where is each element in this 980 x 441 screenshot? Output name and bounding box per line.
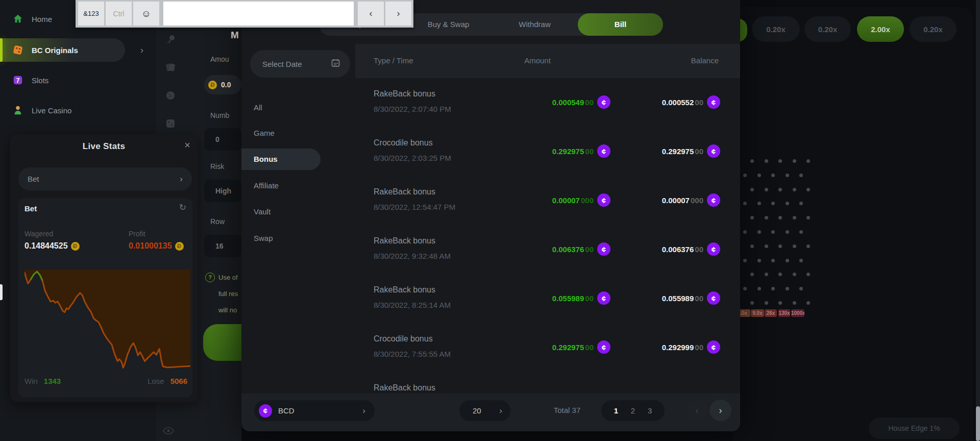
profit-label: Profit [129, 230, 184, 238]
pagination-page-3[interactable]: 3 [648, 406, 652, 415]
close-icon[interactable]: × [184, 139, 190, 151]
transaction-amount: 0.00637600¢ [552, 242, 610, 256]
live-stats-panel: Live Stats × Bet › Bet ↻ Wagered 0.14844… [10, 134, 198, 402]
ctrl-key[interactable]: Ctrl [106, 2, 132, 26]
filter-all[interactable]: All [241, 97, 321, 118]
filter-game[interactable]: Game [241, 122, 321, 144]
sidebar-item-live-casino[interactable]: Live Casino [0, 99, 156, 121]
hint-line: Use of [218, 270, 238, 286]
plinko-peg [778, 188, 782, 191]
page-size-selector[interactable]: 20 › [459, 400, 510, 421]
dice-rail-icon[interactable] [164, 117, 177, 130]
table-header: Type / Time Amount Balance [355, 44, 740, 78]
symbols-key[interactable]: &123 [78, 2, 104, 26]
transaction-balance: 0.00007000¢ [662, 193, 720, 207]
transaction-type: RakeBack bonus [374, 285, 435, 295]
plinko-peg [765, 188, 768, 191]
lose-value: 5066 [170, 377, 187, 385]
bcd-coin-icon: ¢ [707, 291, 720, 305]
bcd-coin-icon: ¢ [707, 144, 720, 158]
tab-buy-swap[interactable]: Buy & Swap [405, 13, 492, 36]
plinko-peg [793, 216, 796, 219]
refresh-icon[interactable]: ↻ [179, 202, 186, 213]
eye-icon[interactable] [162, 427, 175, 437]
scrollbar-thumb[interactable] [976, 406, 980, 441]
pagination-page-2[interactable]: 2 [631, 406, 635, 415]
filter-vault[interactable]: Vault [241, 201, 321, 223]
filter-bonus[interactable]: Bonus [241, 149, 321, 170]
wagered-label: Wagered [24, 230, 80, 238]
currency-selector[interactable]: ¢ BCD › [254, 400, 375, 421]
bet-button[interactable] [203, 324, 241, 361]
sidebar-item-slots[interactable]: 7 Slots [0, 69, 156, 91]
filter-swap[interactable]: Swap [241, 228, 321, 249]
plinko-peg [765, 301, 768, 305]
doge-coin-icon: Ð [175, 242, 184, 251]
live-stats-title: Live Stats [10, 141, 198, 152]
plinko-peg [799, 230, 803, 234]
date-filter[interactable]: Select Date [250, 50, 350, 78]
win-label: Win [24, 377, 38, 385]
risk-value: High [215, 187, 231, 195]
sidebar-item-label: Live Casino [32, 106, 71, 115]
pagination-next-button[interactable]: › [709, 400, 731, 421]
tab-bill[interactable]: Bill [578, 13, 663, 36]
ball-icon[interactable] [164, 89, 177, 102]
bcd-coin-icon: ¢ [597, 193, 610, 207]
tab-withdraw[interactable]: Withdraw [492, 13, 578, 36]
transactions-table-body: RakeBack bonus 8/30/2022, 2:07:40 PM 0.0… [355, 78, 740, 394]
emoji-key[interactable]: ☺ [133, 2, 159, 26]
sidebar-item-label: Home [32, 15, 52, 23]
table-row: RakeBack bonus 8/30/2022, 12:54:47 PM 0.… [355, 176, 740, 225]
plinko-peg [793, 188, 796, 191]
page-size-value: 20 [473, 406, 481, 415]
bcd-coin-icon: ¢ [597, 291, 610, 305]
dice-icon [11, 43, 24, 57]
pagination-page-1[interactable]: 1 [614, 406, 618, 415]
slot-multiplier-badge: 130x [778, 309, 790, 317]
bet-amount-field[interactable]: Ð 0.0 [204, 75, 241, 94]
table-row: RakeBack bonus ¢ ¢ [355, 372, 740, 394]
plinko-peg [771, 174, 775, 177]
transaction-amount: 0.29297500¢ [552, 144, 610, 158]
plinko-peg [765, 216, 768, 219]
multiplier-pill[interactable]: 0.20x [804, 16, 851, 42]
doge-coin-icon: Ð [208, 81, 217, 89]
number-field[interactable]: 0 [204, 128, 241, 151]
keyboard-text-field[interactable] [163, 2, 354, 26]
rows-select[interactable]: 16 [204, 235, 241, 257]
tab-label: Buy & Swap [428, 20, 470, 29]
cards-icon[interactable] [164, 61, 177, 74]
slots-icon: 7 [11, 74, 24, 87]
bcd-coin-icon: ¢ [597, 340, 610, 354]
transaction-type: Crocodile bonus [374, 334, 433, 344]
pagination-prev-button[interactable]: ‹ [686, 400, 708, 421]
question-icon: ? [205, 273, 215, 282]
sidebar-item-bc-originals[interactable]: BC Originals [0, 38, 125, 62]
transaction-time: 8/30/2022, 2:07:40 PM [374, 105, 451, 113]
profit-sparkline-chart [24, 270, 190, 371]
transaction-type: RakeBack bonus [374, 89, 435, 99]
multiplier-pill[interactable]: 0.20x [752, 16, 800, 42]
bcd-coin-icon: ¢ [597, 242, 610, 256]
touch-keyboard-bar: &123 Ctrl ☺ ‹ › [76, 0, 413, 28]
transaction-balance: 0.00637600¢ [662, 242, 720, 256]
keyboard-next-key[interactable]: › [385, 2, 411, 26]
page-scrollbar[interactable] [976, 0, 980, 441]
number-label: Numb [210, 111, 229, 119]
bcd-coin-icon: ¢ [707, 242, 720, 256]
table-row: Crocodile bonus 8/30/2022, 7:55:55 AM 0.… [355, 323, 740, 372]
stats-mode-selector[interactable]: Bet › [18, 167, 192, 190]
comet-icon[interactable] [164, 33, 177, 45]
plinko-peg [771, 259, 775, 262]
chevron-right-icon[interactable]: › [140, 45, 143, 56]
multiplier-pill[interactable]: 0.20x [910, 16, 957, 42]
table-row: RakeBack bonus 8/30/2022, 2:07:40 PM 0.0… [355, 78, 740, 127]
multiplier-pill[interactable]: 2.00x [857, 16, 904, 42]
filter-affiliate[interactable]: Affiliate [241, 175, 321, 197]
risk-select[interactable]: High [204, 180, 241, 202]
win-lose-row: Win1343 Lose5066 [24, 377, 187, 385]
risk-label: Risk [210, 162, 224, 170]
keyboard-prev-key[interactable]: ‹ [358, 2, 384, 26]
edge-marker [0, 284, 3, 300]
